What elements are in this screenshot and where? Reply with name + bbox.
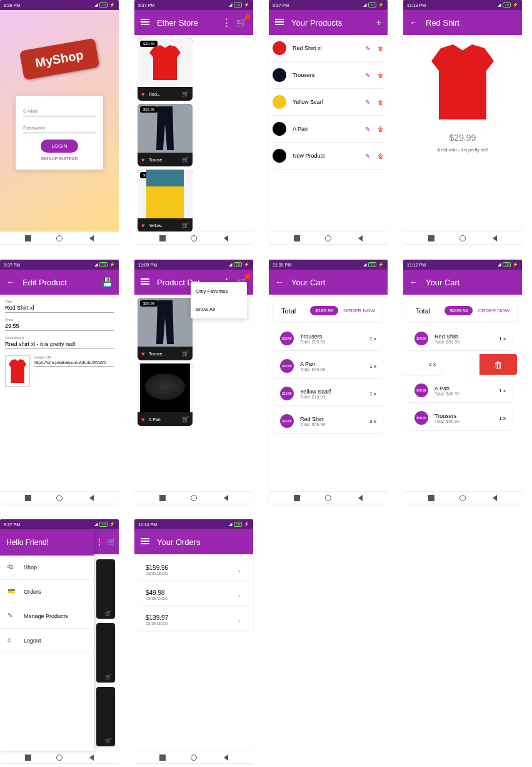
heart-icon[interactable]: ♥ [141, 350, 145, 357]
edit-icon[interactable]: ✎ [365, 99, 370, 106]
add-cart-icon[interactable]: 🛒 [182, 91, 189, 97]
status-bar: 9:37 PM◢70⚡ [0, 519, 119, 529]
add-cart-icon[interactable]: 🛒 [182, 350, 189, 357]
show-all-option[interactable]: Show All [191, 300, 247, 318]
product-price: $29.99 [403, 129, 522, 146]
product-description: A red shirt - it is pretty red! [403, 146, 522, 153]
cart-item[interactable]: $49.99A PanTotal: $49.991 x [274, 354, 383, 378]
edit-icon[interactable]: ✎ [365, 45, 370, 52]
nav-bar [403, 231, 522, 244]
add-cart-icon[interactable]: 🛒 [182, 416, 189, 422]
drawer-item-shop[interactable]: 🛍Shop [0, 556, 94, 580]
cart-item[interactable]: $59.99TrousersTotal: $59.991 x [408, 406, 512, 430]
cart-item[interactable]: $19.99Yellow ScarfTotal: $19.991 x [274, 382, 383, 405]
status-bar: 11:09 PM◢70⚡ [134, 260, 253, 270]
order-card[interactable]: $49.9818/09/2020⌄ [139, 584, 248, 606]
chevron-down-icon[interactable]: ⌄ [237, 617, 242, 623]
only-favorites-option[interactable]: Only Favorites [191, 282, 247, 300]
heart-icon[interactable]: ♥ [141, 416, 145, 423]
product-card[interactable]: ♥A Pan🛒 [138, 363, 193, 426]
delete-icon[interactable]: 🗑 [378, 153, 384, 160]
logout-icon: ⎋ [8, 636, 16, 645]
order-card[interactable]: $159.9618/09/2020⌄ [139, 559, 248, 581]
product-card[interactable]: $59.99♥Trouse...🛒 [138, 104, 193, 166]
cart-icon[interactable]: 🛒 [236, 18, 247, 28]
add-cart-icon[interactable]: 🛒 [182, 222, 189, 228]
edit-icon[interactable]: ✎ [365, 126, 370, 133]
order-card[interactable]: $139.9718/09/2020⌄ [139, 609, 248, 631]
cart-item[interactable]: $29.99Red ShirtTotal: $59.981 x [408, 327, 512, 350]
order-now-button[interactable]: ORDER NOW [478, 308, 509, 313]
back-icon[interactable]: ← [275, 277, 284, 287]
heart-icon[interactable]: ♥ [141, 91, 145, 98]
status-bar: 11:14 PM◢70⚡ [134, 519, 253, 529]
edit-icon[interactable]: ✎ [365, 153, 370, 160]
chevron-down-icon[interactable]: ⌄ [237, 592, 242, 598]
login-button[interactable]: LOGIN [41, 140, 79, 153]
signup-link[interactable]: SIGNUP INSTEAD [23, 156, 96, 161]
menu-icon[interactable] [275, 19, 284, 26]
edit-screen: 9:37 PM◢70⚡ ← Edit Product 💾 TitleRed Sh… [0, 260, 119, 504]
delete-icon[interactable]: 🗑 [378, 72, 384, 79]
back-icon[interactable]: ← [409, 277, 418, 287]
manage-screen: 9:37 PM◢70⚡ Your Products + Red Shirt xl… [269, 0, 388, 244]
save-icon[interactable]: 💾 [102, 277, 113, 287]
cart-icon[interactable]: 🛒 [107, 537, 116, 546]
card-icon: 💳 [8, 587, 16, 596]
product-card[interactable]: $59.99♥Trouse...🛒 [138, 298, 193, 360]
swipe-row[interactable]: arf982 x 🗑 [403, 354, 517, 378]
cart-total-card: Total $189.95 ORDER NOW [274, 300, 383, 322]
heart-icon[interactable]: ♥ [141, 156, 145, 163]
page-title: Ether Store [157, 18, 217, 28]
menu-icon[interactable] [141, 19, 149, 26]
image-url-input[interactable]: https://cdn.pixabay.com/photo/2016/1 [34, 359, 114, 367]
menu-icon[interactable] [141, 538, 149, 546]
heart-icon[interactable]: ♥ [141, 222, 145, 229]
nav-bar [269, 231, 388, 244]
chevron-down-icon[interactable]: ⌄ [237, 567, 242, 573]
more-icon[interactable]: ⋮ [96, 537, 103, 546]
description-input[interactable]: Rred shirt xl - it is pretty red! [5, 340, 114, 349]
drawer-item-orders[interactable]: 💳Orders [0, 580, 94, 604]
product-image [403, 35, 522, 129]
cart-item[interactable]: $59.99TrousersTotal: $59.991 x [274, 327, 383, 350]
drawer-item-logout[interactable]: ⎋Logout [0, 629, 94, 653]
cart-swipe-screen: 11:12 PM◢70⚡ ← Your Cart Total $209.94 O… [403, 260, 522, 504]
status-bar: 11:09 PM◢70⚡ [269, 260, 388, 270]
edit-icon: ✎ [8, 612, 16, 621]
cart-item[interactable]: $29.99Red ShirtTotal: $59.982 x [274, 409, 383, 433]
swipe-delete-icon[interactable]: 🗑 [479, 354, 517, 375]
app-drawer: Hello Friend! 🛍Shop 💳Orders ✎Manage Prod… [0, 529, 94, 751]
add-icon[interactable]: + [376, 18, 381, 28]
product-card[interactable]: $19.99♥Yellow...🛒 [138, 170, 193, 231]
delete-icon[interactable]: 🗑 [378, 99, 384, 106]
product-card[interactable]: $29.55♥Red...🛒 [138, 38, 193, 101]
app-bar: ← Edit Product 💾 [0, 270, 119, 295]
add-cart-icon[interactable]: 🛒 [182, 156, 189, 163]
drawer-item-manage[interactable]: ✎Manage Products [0, 604, 94, 629]
edit-icon[interactable]: ✎ [365, 72, 370, 79]
price-input[interactable]: 29.55 [5, 322, 114, 331]
back-icon[interactable]: ← [6, 277, 15, 287]
page-title: Edit Product [23, 278, 97, 287]
email-field[interactable]: E-Mail [23, 104, 96, 116]
back-icon[interactable]: ← [409, 18, 418, 28]
page-title: Your Products [291, 18, 371, 28]
menu-icon[interactable] [141, 278, 149, 286]
nav-bar [403, 491, 522, 504]
page-title: Your Orders [157, 537, 247, 547]
delete-icon[interactable]: 🗑 [378, 126, 384, 133]
filter-screen: 11:09 PM◢70⚡ Product Det ⋮ 🛒 $59.99♥Trou… [134, 260, 253, 504]
more-icon[interactable]: ⋮ [222, 17, 231, 28]
password-field[interactable]: Password [23, 121, 96, 133]
cart-item[interactable]: $49.99A PanTotal: $49.991 x [408, 378, 512, 402]
nav-bar [134, 491, 253, 504]
order-now-button[interactable]: ORDER NOW [343, 308, 375, 313]
nav-bar [0, 491, 119, 504]
app-bar: ← Your Cart [403, 270, 522, 295]
app-bar: Your Orders [134, 529, 253, 554]
image-preview [5, 355, 30, 387]
title-input[interactable]: Red Shirt xl [5, 303, 114, 313]
list-item: Yellow Scarf✎🗑 [273, 89, 384, 116]
delete-icon[interactable]: 🗑 [378, 45, 384, 52]
